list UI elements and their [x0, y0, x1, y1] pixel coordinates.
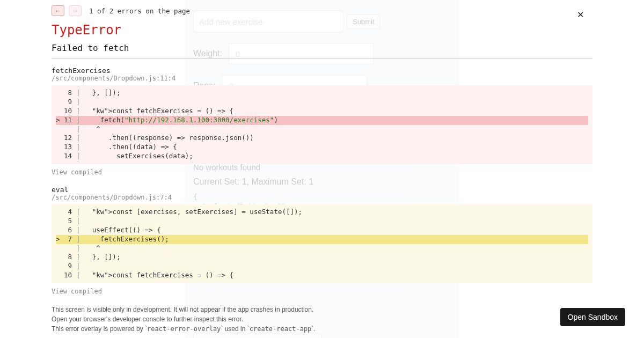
footer-line-3: This error overlay is powered by `react-…: [52, 324, 592, 334]
stack-frame-fn-2: eval: [52, 186, 592, 194]
prev-error-button[interactable]: ←: [52, 5, 64, 16]
overlay-footer: This screen is visible only in developme…: [52, 305, 592, 334]
view-compiled-link[interactable]: View compiled: [52, 168, 592, 176]
error-message: Failed to fetch: [52, 43, 592, 53]
view-compiled-link-2[interactable]: View compiled: [52, 288, 592, 295]
footer-line-2: Open your browser's developer console to…: [52, 314, 592, 324]
stack-frame-loc: /src/components/Dropdown.js:11:4: [52, 75, 592, 82]
error-count-text: 1 of 2 errors on the page: [89, 7, 190, 15]
next-error-button[interactable]: →: [69, 5, 82, 16]
arrow-right-icon: →: [71, 6, 79, 15]
arrow-left-icon: ←: [54, 6, 62, 15]
divider: [52, 58, 592, 59]
stack-frame-fn: fetchExercises: [52, 67, 592, 75]
close-icon[interactable]: ✕: [577, 10, 584, 20]
delete-last-set-button[interactable]: Delete Last Set: [193, 334, 322, 338]
error-panel: ← → 1 of 2 errors on the page TypeError …: [52, 5, 592, 334]
footer-line-1: This screen is visible only in developme…: [52, 305, 592, 314]
code-snippet-1: 8 | }, []); 9 | 10 | "kw">const fetchExe…: [52, 85, 592, 164]
code-snippet-2: 4 | "kw">const [exercises, setExercises]…: [52, 204, 592, 283]
stack-frame-loc-2: /src/components/Dropdown.js:7:4: [52, 194, 592, 201]
error-type: TypeError: [52, 23, 592, 38]
open-sandbox-button[interactable]: Open Sandbox: [560, 308, 625, 326]
